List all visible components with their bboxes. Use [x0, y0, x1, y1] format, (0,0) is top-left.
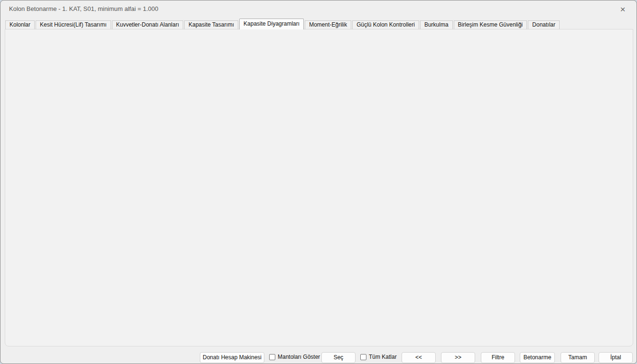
ok-button[interactable]: Tamam	[561, 352, 595, 363]
tab-birleşim-kesme-güvenliği[interactable]: Birleşim Kesme Güvenliği	[454, 20, 527, 29]
tab-strip: KolonlarKesit Hücresi(Lif) TasarımıKuvve…	[5, 19, 561, 29]
tab-kapasite-diyagramları[interactable]: Kapasite Diyagramları	[239, 19, 304, 29]
tab-güçlü-kolon-kontrolleri[interactable]: Güçlü Kolon Kontrolleri	[352, 20, 419, 29]
tab-moment-eğrilik[interactable]: Moment-Eğrilik	[305, 20, 351, 29]
show-jackets-checkbox[interactable]: Mantoları Göster	[269, 354, 320, 360]
checkbox-icon[interactable]	[360, 354, 366, 360]
title-bar: Kolon Betonarme - 1. KAT, S01, minimum a…	[0, 0, 637, 18]
rebar-calculator-button[interactable]: Donatı Hesap Makinesi	[200, 352, 264, 363]
checkbox-icon[interactable]	[269, 354, 275, 360]
tab-kolonlar[interactable]: Kolonlar	[5, 20, 35, 29]
concrete-design-button[interactable]: Betonarme	[520, 352, 555, 363]
previous-button[interactable]: <<	[402, 352, 436, 363]
window-title: Kolon Betonarme - 1. KAT, S01, minimum a…	[9, 5, 158, 12]
close-icon[interactable]: ×	[617, 3, 629, 16]
checkbox-label: Tüm Katlar	[369, 354, 397, 360]
next-button[interactable]: >>	[441, 352, 475, 363]
tab-burkulma[interactable]: Burkulma	[420, 20, 453, 29]
all-stories-checkbox[interactable]: Tüm Katlar	[360, 354, 397, 360]
tab-kesit-hücresi-lif-tasarımı[interactable]: Kesit Hücresi(Lif) Tasarımı	[36, 20, 111, 29]
checkbox-label: Mantoları Göster	[278, 354, 320, 360]
content-panel	[5, 29, 633, 346]
tab-donatılar[interactable]: Donatılar	[528, 20, 560, 29]
select-button[interactable]: Seç	[321, 352, 356, 363]
tab-kapasite-tasarımı[interactable]: Kapasite Tasarımı	[184, 20, 238, 29]
dialog-window: Kolon Betonarme - 1. KAT, S01, minimum a…	[0, 0, 637, 364]
tab-kuvvetler-donatı-alanları[interactable]: Kuvvetler-Donatı Alanları	[112, 20, 184, 29]
filter-button[interactable]: Filtre	[481, 352, 515, 363]
cancel-button[interactable]: İptal	[599, 352, 633, 363]
